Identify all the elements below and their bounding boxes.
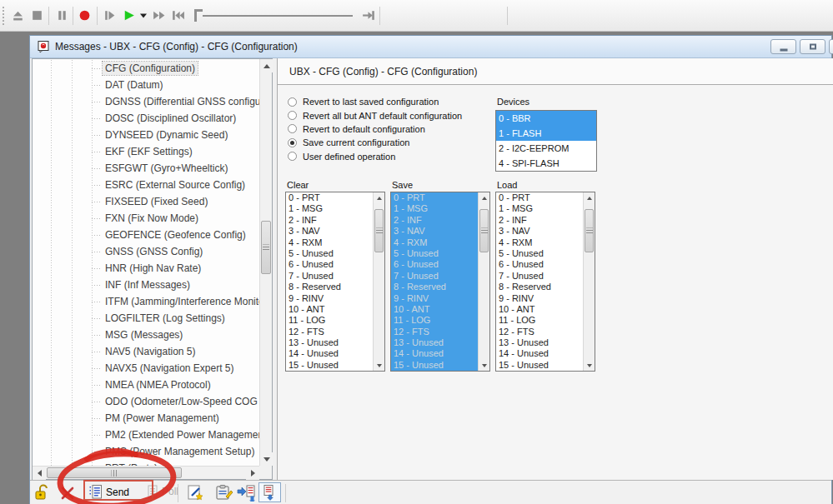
list-item[interactable]: 10 - ANT xyxy=(391,304,478,315)
tree-item[interactable]: DOSC (Disciplined Oscillator) xyxy=(33,110,259,127)
fast-forward-icon[interactable] xyxy=(152,8,166,22)
load-listbox[interactable]: 0 - PRT1 - MSG2 - INF3 - NAV4 - RXM5 - U… xyxy=(495,192,595,372)
close-button[interactable] xyxy=(829,39,833,54)
tree-item[interactable]: ITFM (Jamming/Interference Monito xyxy=(33,293,259,310)
list-item[interactable]: 10 - ANT xyxy=(286,304,373,315)
list-item[interactable]: 11 - LOG xyxy=(496,315,583,326)
list-item[interactable]: 8 - Reserved xyxy=(496,282,583,292)
dropdown-icon[interactable] xyxy=(138,8,148,22)
list-item[interactable]: 5 - Unused xyxy=(391,248,478,259)
scroll-up-button[interactable] xyxy=(479,192,489,203)
tree-item[interactable]: DAT (Datum) xyxy=(33,77,259,93)
list-item[interactable]: 4 - RXM xyxy=(496,237,583,248)
list-item[interactable]: 9 - RINV xyxy=(496,293,583,304)
tree-item[interactable]: INF (Inf Messages) xyxy=(33,277,259,293)
list-item[interactable]: 2 - INF xyxy=(286,215,373,226)
list-item[interactable]: 7 - Unused xyxy=(286,271,373,282)
list-item[interactable]: 11 - LOG xyxy=(391,315,478,326)
device-item[interactable]: 4 - SPI-FLASH xyxy=(496,156,596,171)
scroll-up-button[interactable] xyxy=(584,192,595,203)
export-list-button[interactable] xyxy=(258,482,281,502)
list-item[interactable]: 2 - INF xyxy=(391,215,478,226)
list-item[interactable]: 1 - MSG xyxy=(286,203,373,214)
notes-icon[interactable] xyxy=(215,484,233,502)
list-item[interactable]: 7 - Unused xyxy=(391,271,478,282)
minimize-button[interactable] xyxy=(770,39,796,54)
radio-icon[interactable] xyxy=(288,124,297,133)
list-scrollbar[interactable] xyxy=(373,192,384,371)
list-item[interactable]: 14 - Unused xyxy=(496,348,583,359)
stop-icon[interactable] xyxy=(30,8,44,22)
tree-item[interactable]: EKF (EKF Settings) xyxy=(33,143,259,160)
tree-vertical-scrollbar[interactable] xyxy=(259,59,272,466)
scrollbar-thumb[interactable] xyxy=(479,209,489,252)
radio-option[interactable]: User defined operation xyxy=(288,150,462,163)
radio-icon[interactable] xyxy=(288,97,297,107)
play-icon[interactable] xyxy=(122,8,136,22)
tree-item[interactable]: PMS (Power Management Setup) xyxy=(33,443,259,460)
position-slider[interactable] xyxy=(203,15,353,17)
scroll-down-button[interactable] xyxy=(260,452,273,466)
scrollbar-thumb[interactable] xyxy=(374,209,384,252)
list-item[interactable]: 0 - PRT xyxy=(391,192,478,203)
tree-item[interactable]: PM2 (Extended Power Managemen xyxy=(33,427,259,443)
list-scrollbar[interactable] xyxy=(583,192,595,371)
scroll-up-button[interactable] xyxy=(260,59,273,72)
scrollbar-thumb[interactable] xyxy=(585,209,594,252)
tree-item[interactable]: NAV5 (Navigation 5) xyxy=(33,343,259,360)
skip-to-start-icon[interactable] xyxy=(171,8,185,22)
list-item[interactable]: 9 - RINV xyxy=(286,293,373,304)
list-item[interactable]: 12 - FTS xyxy=(391,327,478,337)
radio-option[interactable]: Revert to last saved configuration xyxy=(288,95,462,108)
list-item[interactable]: 13 - Unused xyxy=(496,337,583,348)
message-tree[interactable]: CFG (Configuration) DAT (Datum) DGNSS (D… xyxy=(33,60,259,466)
tree-item[interactable]: LOGFILTER (Log Settings) xyxy=(33,310,259,327)
list-item[interactable]: 8 - Reserved xyxy=(391,282,478,292)
list-item[interactable]: 14 - Unused xyxy=(286,348,373,359)
list-item[interactable]: 15 - Unused xyxy=(496,360,583,371)
list-item[interactable]: 4 - RXM xyxy=(391,237,478,248)
scrollbar-thumb[interactable] xyxy=(47,467,182,478)
tree-item[interactable]: ESFGWT (Gyro+Wheeltick) xyxy=(33,160,259,177)
list-item[interactable]: 6 - Unused xyxy=(496,259,583,270)
scroll-left-button[interactable] xyxy=(33,467,46,480)
tree-item[interactable]: DGNSS (Differential GNSS configura xyxy=(33,93,259,110)
tree-item[interactable]: DYNSEED (Dynamic Seed) xyxy=(33,127,259,143)
tree-item[interactable]: CFG (Configuration) xyxy=(33,60,259,77)
clear-listbox[interactable]: 0 - PRT1 - MSG2 - INF3 - NAV4 - RXM5 - U… xyxy=(285,192,385,372)
list-item[interactable]: 6 - Unused xyxy=(286,259,373,270)
radio-icon[interactable] xyxy=(288,152,297,161)
radio-option[interactable]: Revert to default configuration xyxy=(288,122,462,136)
scrollbar-thumb[interactable] xyxy=(261,221,271,274)
scroll-down-button[interactable] xyxy=(479,360,489,371)
tree-item[interactable]: ESRC (External Source Config) xyxy=(33,177,259,193)
tree-item[interactable]: FXN (Fix Now Mode) xyxy=(33,210,259,227)
list-item[interactable]: 6 - Unused xyxy=(391,259,478,270)
tree-item[interactable]: GEOFENCE (Geofence Config) xyxy=(33,227,259,243)
list-item[interactable]: 3 - NAV xyxy=(496,226,583,237)
tree-horizontal-scrollbar[interactable] xyxy=(33,466,259,479)
restore-button[interactable] xyxy=(800,39,825,54)
list-item[interactable]: 11 - LOG xyxy=(286,315,373,326)
list-item[interactable]: 2 - INF xyxy=(496,215,583,226)
list-item[interactable]: 8 - Reserved xyxy=(286,282,373,292)
scroll-down-button[interactable] xyxy=(374,360,384,371)
tree-item[interactable]: MSG (Messages) xyxy=(33,327,259,343)
radio-option[interactable]: Save current configuration xyxy=(288,136,462,149)
tree-item[interactable]: PM (Power Management) xyxy=(33,410,259,427)
import-list-icon[interactable] xyxy=(237,484,255,502)
device-item[interactable]: 2 - I2C-EEPROM xyxy=(496,141,596,156)
tree-item[interactable]: ODO (Odometer/Low-Speed COG f xyxy=(33,393,259,410)
list-item[interactable]: 12 - FTS xyxy=(496,327,583,337)
eject-icon[interactable] xyxy=(11,8,25,22)
list-item[interactable]: 3 - NAV xyxy=(286,226,373,237)
list-item[interactable]: 1 - MSG xyxy=(496,203,583,214)
open-lock-icon[interactable] xyxy=(33,484,50,502)
tree-item[interactable]: PRT (Ports) xyxy=(33,460,259,466)
list-item[interactable]: 7 - Unused xyxy=(496,271,583,282)
scroll-down-button[interactable] xyxy=(584,360,595,371)
scroll-up-button[interactable] xyxy=(374,192,384,203)
tree-item[interactable]: NAVX5 (Navigation Expert 5) xyxy=(33,360,259,377)
poll-button[interactable]: Poll xyxy=(146,484,178,499)
toolbar-gripper[interactable] xyxy=(3,7,4,25)
